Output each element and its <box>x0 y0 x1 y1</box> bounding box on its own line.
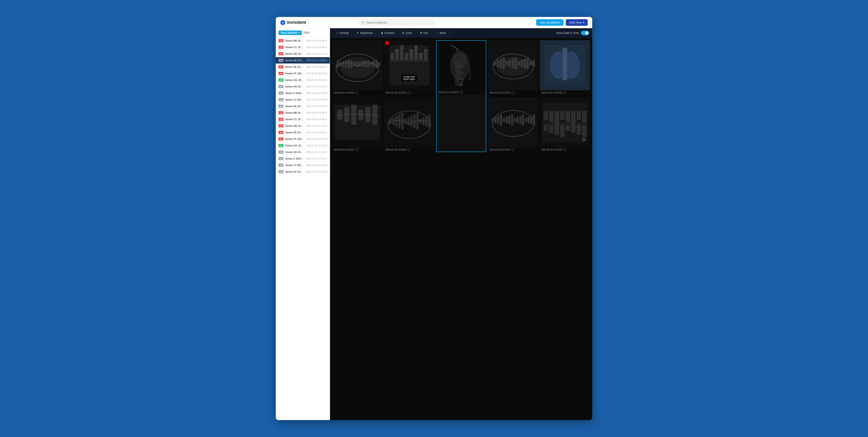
series-item[interactable]: Series FF 2024-01-0...2024-01-02 08:18:2… <box>276 136 330 142</box>
series-item[interactable]: Series BB 2024-01-0...2024-01-03 14:38:2… <box>276 110 330 116</box>
info-icon[interactable]: i <box>511 148 515 151</box>
logo: ● Invisident <box>280 20 306 25</box>
svg-rect-127 <box>577 125 581 135</box>
toolbar-more-button[interactable]: ⋯More <box>433 30 449 36</box>
svg-rect-77 <box>372 105 377 125</box>
toolbar-btn-label: Zoom <box>405 31 412 35</box>
more-icon: ⋯ <box>436 31 438 35</box>
series-item[interactable]: Series BB 2024-01-0...2024-01-03 14:38:2… <box>276 37 330 44</box>
svg-rect-121 <box>560 125 565 137</box>
series-name: Series EE 2024-01-0... <box>285 65 304 68</box>
series-item[interactable]: Series JJ 2024-01-0...2024-01-01 11:53:5… <box>276 162 330 168</box>
series-item[interactable]: Series DD 2024-01-0...2024-01-03 13:11:2… <box>276 123 330 129</box>
series-item[interactable]: Series CC 2024-01-0...2024-01-03 14:28:2… <box>276 116 330 123</box>
breadcrumb-id: 0092 <box>304 31 310 34</box>
toolbar-zoom-button[interactable]: ⊕Zoom <box>399 30 415 36</box>
info-icon[interactable]: i <box>511 91 515 94</box>
series-item[interactable]: Series DD 2024-01-0...2024-01-03 13:11:2… <box>276 51 330 57</box>
xray-grid: 2024-01-02 13:40:02i Image typeRight Upp… <box>330 38 592 420</box>
series-item[interactable]: Series HH 2024-01-0...2024-01-01 11:29:4… <box>276 149 330 155</box>
info-icon[interactable]: i <box>460 91 463 94</box>
info-icon[interactable]: i <box>407 148 410 151</box>
series-name: Series CC 2024-01-0... <box>285 46 304 49</box>
series-date: 2024-01-02 08:18:29 <box>306 72 327 75</box>
svg-rect-101 <box>505 117 507 123</box>
series-name: Series FF 2024-01-0... <box>285 72 304 75</box>
series-item[interactable]: Series HH 2024-01-0...2024-01-01 11:29:4… <box>276 83 330 90</box>
series-name: Series KK 2024-01-0... <box>285 105 304 107</box>
breadcrumb-patient[interactable]: Paul Schmitt > <box>278 31 302 35</box>
series-date: 2024-01-03 14:38:26 <box>306 59 327 62</box>
svg-text:B: B <box>583 137 586 142</box>
svg-rect-20 <box>378 62 380 66</box>
search-bar[interactable] <box>358 19 435 26</box>
series-name: Series EE 2024-01-0... <box>285 131 304 134</box>
toolbar-right: Show Date & Time <box>556 31 589 35</box>
toolbar-contrast-button[interactable]: ◑Contrast <box>378 30 397 36</box>
series-icon <box>278 72 283 75</box>
series-item[interactable]: Series GG 2024-01-0...2024-01-02 08:11:0… <box>276 77 330 83</box>
info-icon[interactable]: i <box>563 148 566 151</box>
toolbar-brightness-button[interactable]: ☀Brightness <box>353 30 376 36</box>
toolbar-pan-button[interactable]: ✥Pan <box>417 30 431 36</box>
series-icon <box>278 79 283 82</box>
timestamp-text: 2024-01-02 13:39:31 <box>334 149 355 151</box>
series-item[interactable]: Series CC 2024-01-0...2024-01-03 14:28:2… <box>276 44 330 51</box>
series-date: 2024-01-01 11:29:42 <box>306 92 327 94</box>
svg-rect-122 <box>566 111 570 122</box>
xray-cell[interactable]: 2024-01-02 13:39:31i <box>488 40 538 95</box>
series-item[interactable]: Series AA 2024-01-0...2024-01-03 14:38:2… <box>276 57 330 64</box>
info-icon[interactable]: i <box>355 91 359 94</box>
svg-rect-63 <box>532 60 535 67</box>
series-date: 2024-01-03 13:11:26 <box>306 125 327 127</box>
series-date: 2024-01-01 09:20:04 <box>306 105 327 107</box>
svg-rect-85 <box>404 119 406 124</box>
xray-cell[interactable]: 2024-01-02 13:39:31i <box>436 40 486 152</box>
xray-cell[interactable]: 2024-01-02 13:39:31i <box>540 40 590 95</box>
xray-cell[interactable]: Image typeRight Upper2024-01-02 13:39:31… <box>384 40 434 95</box>
series-item[interactable]: Series II 2024-01-0...2024-01-01 11:29:4… <box>276 155 330 162</box>
xray-cell[interactable]: 2024-01-02 13:40:02i <box>332 40 382 95</box>
series-name: Series GG 2024-01-0... <box>285 79 304 81</box>
info-icon[interactable]: i <box>355 148 359 151</box>
user-name: John Doe <box>569 21 582 24</box>
series-item[interactable]: Series II 2024-01-0...2024-01-01 11:29:4… <box>276 90 330 96</box>
xray-timestamp: 2024-01-02 13:39:31i <box>540 90 590 95</box>
xray-cell[interactable]: 2024-01-02 13:39:31i <box>384 97 434 152</box>
zoom-icon: ⊕ <box>402 31 404 35</box>
xray-cell[interactable]: 2024-01-02 13:39:31i <box>488 97 538 152</box>
series-icon <box>278 39 283 42</box>
svg-rect-7 <box>342 61 344 67</box>
series-item[interactable]: Series KK 2024-01-0...2024-01-01 09:20:0… <box>276 168 330 175</box>
series-icon <box>278 105 283 108</box>
info-icon[interactable]: i <box>407 91 410 94</box>
svg-rect-93 <box>428 114 431 128</box>
info-icon[interactable]: i <box>563 91 566 94</box>
series-item[interactable]: Series FF 2024-01-0...2024-01-02 08:18:2… <box>276 70 330 77</box>
svg-rect-9 <box>348 60 350 68</box>
toolbar: ⤢Enlarge☀Brightness◑Contrast⊕Zoom✥Pan⋯Mo… <box>330 28 592 38</box>
timestamp-text: 2024-01-02 13:39:31 <box>541 92 562 94</box>
header: ● Invisident See all patients John Doe ▾ <box>276 17 592 28</box>
see-all-button[interactable]: See all patients <box>536 19 563 26</box>
user-menu-button[interactable]: John Doe ▾ <box>566 19 588 26</box>
series-item[interactable]: Series KK 2024-01-0...2024-01-01 09:20:0… <box>276 103 330 110</box>
xray-timestamp: 2024-01-02 13:39:31i <box>488 90 538 95</box>
series-item[interactable]: Series EE 2024-01-0...2024-01-02 08:20:2… <box>276 129 330 136</box>
series-icon <box>278 52 283 55</box>
series-name: Series BB 2024-01-0... <box>285 39 304 42</box>
svg-rect-25 <box>400 45 403 60</box>
series-name: Series FF 2024-01-0... <box>285 137 304 140</box>
series-name: Series HH 2024-01-0... <box>285 85 304 88</box>
toolbar-enlarge-button[interactable]: ⤢Enlarge <box>333 30 352 36</box>
svg-line-1 <box>364 23 364 24</box>
series-item[interactable]: Series GG 2024-01-0...2024-01-02 08:11:0… <box>276 142 330 149</box>
xray-cell[interactable]: B 2024-01-02 13:39:31i <box>540 97 590 152</box>
xray-cell[interactable]: 2024-01-02 13:39:31i <box>332 97 382 152</box>
search-input[interactable] <box>367 21 432 24</box>
series-item[interactable]: Series JJ 2024-01-0...2024-01-01 11:53:5… <box>276 96 330 103</box>
series-item[interactable]: Series EE 2024-01-0...2024-01-02 08:20:2… <box>276 64 330 70</box>
series-icon <box>278 92 283 95</box>
svg-rect-124 <box>571 111 576 125</box>
date-toggle[interactable] <box>581 31 589 35</box>
